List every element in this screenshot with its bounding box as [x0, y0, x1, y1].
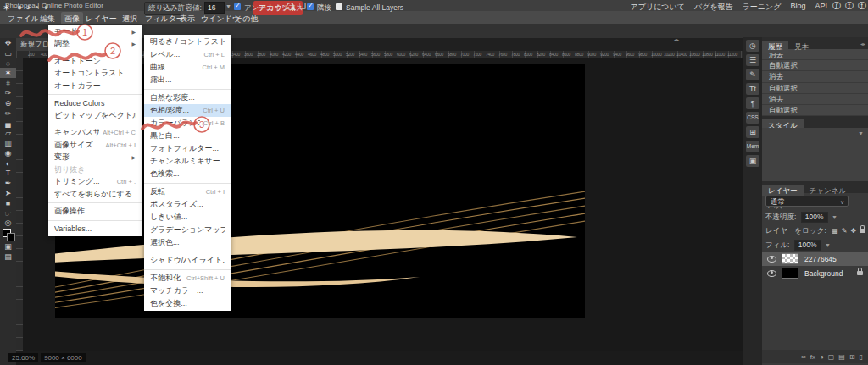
panel-collapse-icon[interactable]: ◂▸ — [674, 36, 679, 42]
opacity-value[interactable]: 100% — [801, 212, 828, 223]
zoom-tool[interactable]: ◎ — [0, 218, 16, 228]
type-tool[interactable]: T — [0, 168, 16, 178]
tab-swatches[interactable]: 見本 — [788, 41, 815, 53]
menu-item-shadows-highlights[interactable]: シャドウ/ハイライト... — [144, 254, 231, 267]
menu-item-color-balance[interactable]: カラーバランス...Ctrl + B — [144, 117, 231, 130]
crop-tool[interactable]: ⌗ — [0, 78, 16, 88]
fill-caret-icon[interactable]: ▼ — [825, 242, 831, 248]
link-about[interactable]: アプリについて — [631, 2, 685, 13]
menu-item-vectorize-bitmap[interactable]: ビットマップをベクトル化 — [48, 109, 142, 122]
menu-item-exposure[interactable]: 露出... — [144, 74, 231, 86]
dodge-burn-tool[interactable]: ◐ — [0, 158, 16, 169]
healing-brush-tool[interactable]: ⊕ — [0, 98, 16, 108]
transform-icon[interactable]: ⊞ — [746, 126, 760, 138]
lock-position-icon[interactable]: ✥ — [850, 227, 856, 235]
screen-mode-icon[interactable]: ▤ — [0, 252, 16, 262]
layer-visibility-icon[interactable] — [767, 256, 776, 263]
background-color-swatch[interactable] — [7, 233, 15, 241]
blur-tool[interactable]: ◉ — [0, 148, 16, 158]
lock-transparency-icon[interactable]: ▦ — [832, 227, 838, 235]
tab-history[interactable]: 履歴 — [762, 41, 788, 53]
menu-item-match-color[interactable]: マッチカラー... — [144, 285, 231, 297]
menu-item-selective-color[interactable]: 選択色... — [144, 236, 231, 249]
eyedropper-tool[interactable]: ✑ — [0, 88, 16, 98]
hand-tool[interactable]: ☞ — [0, 208, 16, 218]
link-learning[interactable]: ラーニング — [743, 2, 782, 13]
history-step-2[interactable]: 消去 — [762, 71, 868, 82]
refine-edge-button[interactable]: 絞り込み — [144, 2, 181, 15]
panel-collapse-right-icon[interactable]: ◂▸ — [860, 41, 865, 47]
menu-item-adjustments[interactable]: 調整▶ — [48, 38, 142, 51]
shape-tool[interactable]: ■ — [0, 198, 16, 208]
tolerance-caret-icon[interactable]: ▼ — [225, 3, 231, 9]
brush-settings-icon[interactable]: ✎ — [746, 69, 760, 80]
properties-icon[interactable]: ☰ — [746, 54, 760, 66]
opacity-caret-icon[interactable]: ▼ — [832, 214, 837, 220]
contiguous-checkbox[interactable] — [307, 3, 314, 10]
layer-22776645[interactable]: 22776645 — [762, 252, 868, 266]
layer-effects-icon[interactable]: fx — [810, 353, 815, 361]
layer-mask-icon[interactable]: ▢ — [828, 353, 835, 361]
css-icon[interactable]: CSS — [746, 112, 760, 124]
history-step-5[interactable]: 自動選択 — [762, 105, 868, 116]
menu-item-hue-saturation[interactable]: 色相/彩度...Ctrl + U — [144, 104, 231, 117]
zoom-level[interactable]: 25.60% — [8, 353, 38, 362]
move-tool[interactable]: ✥ — [0, 38, 16, 48]
menu-item-threshold[interactable]: しきい値... — [144, 211, 231, 224]
menu-item-invert[interactable]: 反転Ctrl + I — [144, 185, 231, 198]
info-icon[interactable]: ◷ — [746, 40, 760, 52]
intersect-selection-icon[interactable]: ◑ — [42, 3, 47, 12]
styles-menu-caret-icon[interactable]: ▼ — [858, 130, 864, 136]
menu-item-vibrance[interactable]: 自然な彩度... — [144, 91, 231, 104]
lock-paint-icon[interactable]: ✎ — [842, 227, 848, 235]
menu-item-canvas-size[interactable]: キャンバスサイズ...Alt+Ctrl + C — [48, 127, 142, 140]
sample-all-layers-checkbox[interactable] — [336, 3, 342, 10]
new-group-icon[interactable]: ▤ — [838, 353, 845, 361]
layer-visibility-icon[interactable] — [767, 270, 776, 277]
menu-item-trim[interactable]: トリミング...Ctrl + . — [48, 176, 142, 189]
menu-item-replace-color[interactable]: 色を交換... — [144, 297, 231, 310]
menu-item-levels[interactable]: レベル...Ctrl + L — [144, 48, 231, 61]
subtract-selection-icon[interactable]: ◔ — [34, 3, 39, 12]
clone-stamp-tool[interactable]: ▄ — [0, 118, 16, 128]
path-select-tool[interactable]: ➤ — [0, 188, 16, 198]
link-layers-icon[interactable]: ∞ — [801, 353, 806, 361]
menu-item-reduce-colors[interactable]: Reduce Colors — [48, 97, 142, 110]
menu-item-gradient-map[interactable]: グラデーションマップ... — [144, 224, 231, 236]
menu-item-curves[interactable]: 曲線...Ctrl + M — [144, 61, 231, 74]
memory-indicator[interactable]: Mem — [746, 141, 760, 152]
pen-tool[interactable]: ✒ — [0, 178, 16, 188]
menu-item-apply-image[interactable]: 画像操作... — [48, 206, 142, 218]
lasso-tool[interactable]: ◌ — [0, 58, 16, 69]
menu-item-brightness-contrast[interactable]: 明るさ / コントラスト... — [144, 36, 231, 48]
history-step-4[interactable]: 消去 — [762, 94, 868, 105]
facebook-icon[interactable]: ⓕ — [858, 2, 866, 10]
link-api[interactable]: API — [815, 2, 827, 13]
blend-mode-select[interactable]: 通常 ∨ — [765, 196, 849, 207]
menu-item-mode[interactable]: モード▶ — [48, 25, 142, 38]
paragraph-icon[interactable]: ¶ — [746, 97, 760, 109]
menu-item-image-size[interactable]: 画像サイズ...Alt+Ctrl + I — [48, 139, 142, 152]
add-selection-icon[interactable]: ◕ — [25, 3, 31, 12]
menu-item-desaturate[interactable]: 不飽和化Ctrl+Shift + U — [144, 272, 231, 285]
adjustment-layer-icon[interactable]: ◑ — [820, 353, 824, 361]
character-icon[interactable]: Tt — [746, 83, 760, 95]
menu-item-transform[interactable]: 変形▶ — [48, 152, 142, 164]
magic-wand-tool[interactable]: ✶ — [0, 68, 16, 78]
twitter-icon[interactable]: ⓣ — [845, 2, 854, 10]
menu-item-color-lookup[interactable]: 色検索... — [144, 168, 231, 180]
color-swatches[interactable] — [0, 228, 16, 241]
link-report-bug[interactable]: バグを報告 — [694, 2, 733, 13]
menu-item-black-white[interactable]: 黒と白... — [144, 130, 231, 142]
menu-item-channel-mixer[interactable]: チャンネルミキサー... — [144, 155, 231, 168]
eraser-tool[interactable]: ▱ — [0, 128, 16, 138]
delete-layer-icon[interactable]: ▯ — [860, 353, 863, 361]
menu-item-auto-tone[interactable]: オートトーン — [48, 55, 142, 68]
tolerance-input[interactable]: 16 — [204, 2, 225, 14]
layer-background[interactable]: Background — [762, 266, 868, 280]
marquee-select-tool[interactable]: ▭ — [0, 48, 16, 58]
link-blog[interactable]: Blog — [790, 2, 805, 13]
gradient-tool[interactable]: ▥ — [0, 138, 16, 148]
new-selection-icon[interactable]: ● — [17, 3, 22, 12]
new-layer-icon[interactable]: ⊞ — [849, 353, 855, 361]
